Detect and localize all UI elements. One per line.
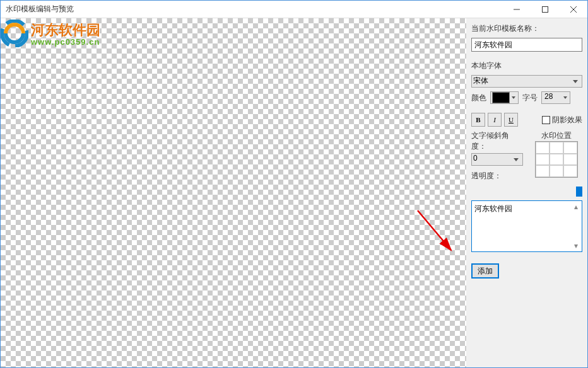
window-title: 水印模板编辑与预览 [6, 4, 502, 14]
position-tr[interactable] [563, 142, 577, 154]
font-select[interactable]: 宋体 [471, 75, 582, 88]
textarea-scrollbar: ▴ ▾ [571, 202, 581, 251]
angle-position-row: 文字倾斜角度： 0 透明度： 水印位置 [471, 130, 582, 181]
position-ml[interactable] [536, 154, 550, 166]
angle-select[interactable]: 0 [471, 153, 523, 166]
position-bl[interactable] [536, 165, 550, 177]
minimize-button[interactable] [502, 1, 531, 18]
shadow-checkbox[interactable] [542, 116, 550, 124]
format-row: B I U 阴影效果 [471, 113, 582, 127]
position-grid [535, 141, 578, 178]
color-label: 颜色 [471, 93, 486, 103]
shadow-checkbox-row: 阴影效果 [542, 115, 582, 125]
opacity-slider[interactable] [471, 185, 582, 197]
add-button[interactable]: 添加 [471, 263, 499, 279]
font-label: 本地字体 [471, 60, 582, 71]
color-size-row: 颜色 字号 28 [471, 91, 582, 104]
logo-icon [1, 20, 28, 47]
format-buttons: B I U [471, 113, 518, 127]
italic-button[interactable]: I [488, 113, 502, 127]
angle-col: 文字倾斜角度： 0 透明度： [471, 130, 523, 181]
close-icon [570, 6, 577, 13]
maximize-icon [542, 6, 548, 13]
size-select[interactable]: 28 [541, 91, 570, 104]
logo-url: www.pc0359.cn [31, 37, 100, 47]
scroll-up-icon[interactable]: ▴ [571, 202, 581, 212]
titlebar: 水印模板编辑与预览 [1, 1, 587, 18]
position-bc[interactable] [550, 165, 563, 177]
color-select[interactable] [490, 91, 519, 104]
watermark-text-input[interactable]: 河东软件园 ▴ ▾ [471, 200, 582, 252]
window-controls [502, 1, 587, 18]
size-label: 字号 [522, 93, 538, 103]
position-mr[interactable] [563, 154, 577, 166]
shadow-label: 阴影效果 [552, 115, 582, 125]
maximize-button[interactable] [531, 1, 559, 18]
opacity-label: 透明度： [471, 171, 523, 181]
position-br[interactable] [563, 165, 577, 177]
canvas-preview[interactable]: 河东软件园 www.pc0359.cn [1, 18, 466, 367]
svg-line-6 [418, 210, 451, 250]
svg-rect-1 [542, 7, 548, 13]
position-tc[interactable] [550, 142, 563, 154]
scroll-down-icon[interactable]: ▾ [571, 241, 581, 251]
underline-button[interactable]: U [504, 113, 518, 127]
sidebar-panel: 当前水印模板名称： 本地字体 宋体 颜色 字号 28 B I U [466, 18, 587, 367]
template-name-label: 当前水印模板名称： [471, 23, 582, 34]
bold-button[interactable]: B [471, 113, 485, 127]
position-tl[interactable] [536, 142, 550, 154]
position-mc[interactable] [550, 154, 563, 166]
textarea-wrapper: 河东软件园 ▴ ▾ [471, 200, 582, 252]
close-button[interactable] [559, 1, 587, 18]
color-swatch [492, 92, 510, 103]
minimize-icon [514, 6, 520, 13]
logo-watermark: 河东软件园 www.pc0359.cn [1, 18, 121, 50]
content-area: 河东软件园 www.pc0359.cn 当前水印模板名称： 本地字体 宋体 颜色… [1, 18, 587, 367]
window: 水印模板编辑与预览 河东软件园 www.pc0359.cn [0, 0, 588, 368]
angle-label: 文字倾斜角度： [471, 130, 523, 152]
annotation-arrow [415, 207, 459, 258]
slider-thumb[interactable] [576, 187, 582, 197]
template-name-input[interactable] [471, 38, 582, 52]
position-col: 水印位置 [531, 130, 582, 181]
position-label: 水印位置 [541, 130, 572, 141]
